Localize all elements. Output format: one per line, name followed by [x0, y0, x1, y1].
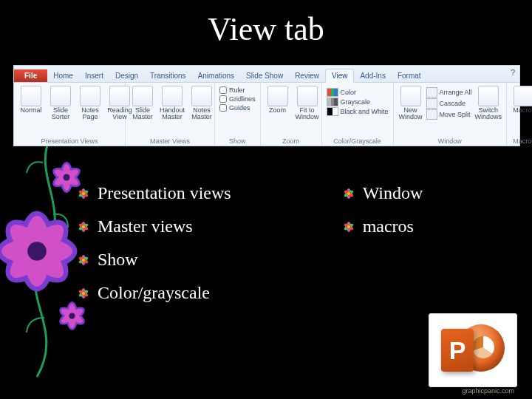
- svg-point-15: [64, 174, 70, 181]
- flower-bullet-icon: [77, 220, 90, 233]
- group-macros: Macros Macros: [507, 83, 532, 146]
- opt-color-label: Color: [341, 89, 357, 96]
- tab-addins[interactable]: Add-Ins: [354, 69, 391, 82]
- svg-point-6: [1, 238, 72, 264]
- group-presentation-views: Normal Slide Sorter Notes Page Reading V…: [14, 83, 126, 146]
- btn-new-window[interactable]: New Window: [397, 85, 425, 122]
- tab-format[interactable]: Format: [392, 69, 427, 82]
- btn-arrange-all[interactable]: Arrange All: [426, 87, 472, 98]
- notes-master-icon: [191, 86, 212, 106]
- svg-point-12: [62, 164, 71, 191]
- btn-zoom-label: Zoom: [269, 107, 286, 114]
- svg-point-20: [59, 306, 84, 325]
- btn-slide-master[interactable]: Slide Master: [129, 85, 157, 122]
- btn-notes-page[interactable]: Notes Page: [76, 85, 104, 122]
- arrange-all-icon: [426, 87, 437, 98]
- switch-windows-icon: [478, 86, 499, 106]
- svg-point-16: [66, 301, 78, 330]
- btn-switch-windows-label: Switch Windows: [475, 107, 502, 121]
- group-color-grayscale: Color Grayscale Black and White Color/Gr…: [322, 83, 394, 146]
- help-icon[interactable]: ?: [511, 68, 515, 77]
- btn-cascade[interactable]: Cascade: [426, 98, 472, 109]
- btn-arrange-all-label: Arrange All: [440, 89, 472, 96]
- list-item: Show: [77, 250, 231, 270]
- bullet-text: Presentation views: [98, 183, 231, 203]
- bullet-col-right: Window macros: [342, 183, 423, 303]
- bullet-columns: Presentation views Master views Show Col…: [77, 183, 423, 303]
- svg-point-8: [27, 242, 47, 261]
- btn-move-split[interactable]: Move Split: [426, 109, 472, 120]
- macros-icon: [514, 86, 532, 106]
- btn-notes-master-label: Notes Master: [189, 107, 214, 121]
- svg-point-7: [3, 217, 72, 286]
- new-window-icon: [400, 86, 421, 106]
- tab-review[interactable]: Review: [289, 69, 325, 82]
- bullet-text: Master views: [98, 216, 193, 236]
- opt-grayscale[interactable]: Grayscale: [327, 98, 389, 106]
- reading-view-icon: [109, 86, 130, 106]
- list-item: macros: [342, 216, 423, 236]
- ribbon: File Home Insert Design Transitions Anim…: [13, 65, 520, 146]
- slide-master-icon: [132, 86, 153, 106]
- zoom-icon: [267, 86, 288, 106]
- svg-point-46: [347, 225, 350, 228]
- opt-bw[interactable]: Black and White: [327, 107, 389, 116]
- chk-guides[interactable]: Guides: [219, 104, 256, 112]
- tab-home[interactable]: Home: [47, 69, 79, 82]
- list-item: Master views: [77, 216, 231, 236]
- btn-switch-windows[interactable]: Switch Windows: [474, 85, 504, 122]
- color-swatch-icon: [327, 88, 338, 97]
- normal-view-icon: [21, 86, 41, 106]
- group-label: Macros: [510, 137, 532, 145]
- chk-ruler[interactable]: Ruler: [219, 86, 256, 94]
- btn-macros[interactable]: Macros: [510, 85, 532, 115]
- tab-view[interactable]: View: [325, 69, 355, 83]
- tab-animations[interactable]: Animations: [192, 69, 240, 82]
- flower-bullet-icon: [342, 220, 355, 233]
- btn-slide-master-label: Slide Master: [130, 107, 155, 121]
- svg-point-19: [68, 304, 76, 328]
- btn-zoom[interactable]: Zoom: [264, 85, 292, 115]
- group-master-views: Slide Master Handout Master Notes Master…: [126, 83, 215, 146]
- btn-normal[interactable]: Normal: [17, 85, 45, 115]
- slide-sorter-icon: [50, 86, 71, 106]
- opt-color[interactable]: Color: [327, 88, 389, 97]
- svg-point-17: [57, 304, 88, 329]
- group-label: Presentation Views: [17, 137, 122, 145]
- btn-normal-label: Normal: [20, 107, 41, 114]
- bullet-text: macros: [363, 216, 414, 236]
- bullet-text: Color/grayscale: [98, 283, 210, 303]
- notes-page-icon: [80, 86, 100, 106]
- list-item: Presentation views: [77, 183, 231, 203]
- group-window: New Window Arrange All Cascade Move Spli…: [394, 83, 508, 146]
- handout-master-icon: [162, 86, 183, 106]
- credit-text: graphicpanic.com: [462, 387, 514, 395]
- tab-insert[interactable]: Insert: [79, 69, 109, 82]
- svg-point-22: [69, 313, 75, 318]
- group-label: Window: [397, 137, 504, 145]
- bullet-text: Window: [363, 183, 423, 203]
- svg-point-18: [57, 304, 88, 329]
- btn-fit-window-label: Fit to Window: [295, 107, 320, 121]
- svg-point-26: [82, 192, 85, 195]
- ribbon-groups: Normal Slide Sorter Notes Page Reading V…: [14, 83, 519, 146]
- svg-point-38: [82, 292, 85, 295]
- tab-slideshow[interactable]: Slide Show: [240, 69, 289, 82]
- btn-slide-sorter[interactable]: Slide Sorter: [47, 85, 75, 122]
- powerpoint-logo: [429, 313, 517, 387]
- group-show: Ruler Gridlines Guides Show: [215, 83, 261, 146]
- btn-notes-master[interactable]: Notes Master: [188, 85, 216, 122]
- list-item: Window: [342, 183, 423, 203]
- chk-gridlines[interactable]: Gridlines: [219, 95, 256, 103]
- btn-move-split-label: Move Split: [440, 111, 471, 118]
- group-label: Color/Grayscale: [325, 137, 390, 145]
- btn-fit-window[interactable]: Fit to Window: [293, 85, 321, 122]
- tab-design[interactable]: Design: [109, 69, 144, 82]
- svg-point-1: [0, 209, 79, 293]
- tab-file[interactable]: File: [14, 69, 47, 82]
- btn-handout-master[interactable]: Handout Master: [158, 85, 186, 122]
- chk-gridlines-label: Gridlines: [229, 95, 256, 103]
- btn-handout-master-label: Handout Master: [160, 107, 185, 121]
- chk-guides-label: Guides: [229, 104, 250, 112]
- tab-transitions[interactable]: Transitions: [144, 69, 192, 82]
